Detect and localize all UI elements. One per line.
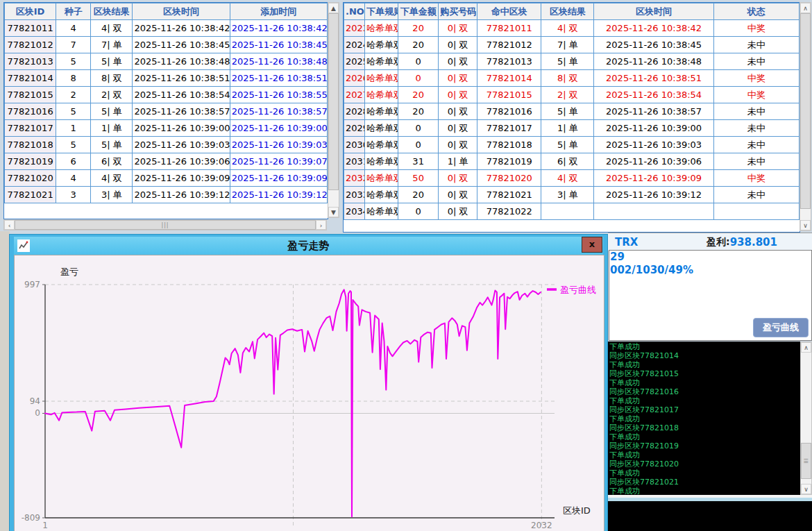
table-cell: 3| 单 <box>91 187 133 203</box>
table-row[interactable]: 2032哈希单双500| 双778210204| 双2025-11-26 10:… <box>344 170 800 187</box>
table-row[interactable]: 2028哈希单双200| 双778210165| 单2025-11-26 10:… <box>344 103 800 120</box>
table-cell: 2025-11-26 10:39:03 <box>230 137 327 153</box>
svg-text:2032: 2032 <box>531 521 552 530</box>
svg-text:区块ID: 区块ID <box>563 505 591 516</box>
table-cell: 77821016 <box>477 103 541 120</box>
column-header[interactable]: 下单金额 <box>398 3 439 20</box>
svg-text:94: 94 <box>30 396 40 406</box>
scrollbar-thumb[interactable]: ☰ <box>801 443 811 479</box>
table-cell: 2025-11-26 10:39:06 <box>594 153 713 170</box>
table-row[interactable]: 2024哈希单双200| 双778210127| 单2025-11-26 10:… <box>344 37 800 53</box>
scrollbar-thumb[interactable]: ||| <box>15 220 316 230</box>
table-row[interactable]: 7782102133| 单2025-11-26 10:39:122025-11-… <box>5 187 328 203</box>
table-row[interactable]: 2030哈希单双00| 双778210185| 单2025-11-26 10:3… <box>344 137 800 153</box>
scroll-up-icon[interactable]: ∧ <box>800 3 811 13</box>
table-row[interactable]: 7782101655| 单2025-11-26 10:38:572025-11-… <box>5 103 328 120</box>
orders-table-vscrollbar[interactable]: ∧ ∨ <box>800 2 811 231</box>
orders-table-panel: .NO下单规则下单金额购买号码命中区块区块结果区块时间状态 2023哈希单双20… <box>343 2 800 233</box>
scroll-down-icon[interactable]: ▼ <box>328 207 339 217</box>
table-cell: 0| 双 <box>439 37 477 53</box>
table-cell: 77821011 <box>477 20 541 37</box>
scroll-up-icon[interactable]: ▲ <box>328 3 339 13</box>
svg-text:-809: -809 <box>22 513 40 523</box>
table-cell: 2025-11-26 10:39:09 <box>594 170 713 187</box>
terminal: 下单成功同步区块77821014下单成功同步区块77821015下单成功同步区块… <box>608 342 812 495</box>
scroll-right-icon[interactable]: › <box>316 220 326 230</box>
table-cell: 3 <box>56 187 91 203</box>
table-row[interactable]: 7782101144| 双2025-11-26 10:38:422025-11-… <box>5 20 328 37</box>
table-cell: 哈希单双 <box>365 103 398 120</box>
scroll-left-icon[interactable]: ‹ <box>4 220 15 230</box>
log-line: 下单成功 <box>609 360 800 369</box>
table-cell: 2025-11-26 10:39:09 <box>133 170 230 187</box>
log-line: 下单成功 <box>609 469 800 478</box>
table-cell: 5| 单 <box>541 103 594 120</box>
table-cell: 2025-11-26 10:38:54 <box>594 87 713 103</box>
close-icon[interactable]: x <box>582 237 602 253</box>
table-row[interactable]: 7782101855| 单2025-11-26 10:39:032025-11-… <box>5 137 328 153</box>
table-row[interactable]: 2029哈希单双00| 双778210171| 单2025-11-26 10:3… <box>344 120 800 137</box>
terminal-vscrollbar[interactable]: ∧ ☰ ∨ <box>800 342 812 495</box>
table-row[interactable]: 2026哈希单双00| 双778210148| 双2025-11-26 10:3… <box>344 70 800 87</box>
table-row[interactable]: 2025哈希单双00| 双778210135| 单2025-11-26 10:3… <box>344 53 800 70</box>
scroll-up-icon[interactable]: ∧ <box>801 342 811 353</box>
table-cell: 0| 双 <box>439 20 477 37</box>
column-header[interactable]: .NO <box>344 3 365 20</box>
table-cell: 未中 <box>713 153 799 170</box>
table-row[interactable]: 2033哈希单双200| 双778210213| 单2025-11-26 10:… <box>344 187 800 203</box>
table-cell: 2025-11-26 10:39:12 <box>230 187 327 203</box>
column-header[interactable]: 区块时间 <box>133 3 230 20</box>
profit-curve-button[interactable]: 盈亏曲线 <box>753 318 809 337</box>
stats-line-1: 29 <box>609 251 811 264</box>
column-header[interactable]: 购买号码 <box>439 3 477 20</box>
table-cell: 20 <box>398 103 439 120</box>
table-cell: 未中 <box>713 37 799 53</box>
table-cell: 6 <box>56 153 91 170</box>
scrollbar-thumb[interactable] <box>800 13 811 209</box>
window-title: 盈亏走势 <box>14 239 603 253</box>
column-header[interactable]: 区块ID <box>5 3 56 20</box>
table-row[interactable]: 2031哈希单双311| 单778210196| 双2025-11-26 10:… <box>344 153 800 170</box>
column-header[interactable]: 区块时间 <box>594 3 713 20</box>
orders-table: .NO下单规则下单金额购买号码命中区块区块结果区块时间状态 2023哈希单双20… <box>344 3 800 220</box>
table-cell: 0| 双 <box>439 137 477 153</box>
table-row[interactable]: 7782101522| 双2025-11-26 10:38:542025-11-… <box>5 87 328 103</box>
svg-text:盈亏曲线: 盈亏曲线 <box>560 285 596 295</box>
stats-box: 29 002/1030/49% 盈亏曲线 <box>609 250 812 341</box>
table-row[interactable]: 7782101966| 双2025-11-26 10:39:062025-11-… <box>5 153 328 170</box>
terminal-log: 下单成功同步区块77821014下单成功同步区块77821015下单成功同步区块… <box>609 342 800 495</box>
column-header[interactable]: 种子 <box>56 3 91 20</box>
profit-group: 盈利: 938.801 <box>707 236 777 248</box>
table-cell: 未中 <box>713 103 799 120</box>
table-cell: 5 <box>56 103 91 120</box>
column-header[interactable]: 区块结果 <box>541 3 594 20</box>
table-row[interactable]: 7782101488| 双2025-11-26 10:38:512025-11-… <box>5 70 328 87</box>
table-row[interactable]: 2034哈希单双00| 双77821022 <box>344 203 800 220</box>
profit-label: 盈利: <box>707 236 730 248</box>
column-header[interactable]: 状态 <box>713 3 799 20</box>
table-row[interactable]: 7782102044| 双2025-11-26 10:39:092025-11-… <box>5 170 328 187</box>
blocks-table-vscrollbar[interactable]: ▲ ▼ <box>328 2 339 218</box>
column-header[interactable]: 命中区块 <box>477 3 541 20</box>
table-cell: 0 <box>398 70 439 87</box>
scrollbar-thumb[interactable] <box>328 13 339 190</box>
svg-text:997: 997 <box>24 280 40 289</box>
window-titlebar[interactable]: 盈亏走势 x <box>14 237 603 255</box>
table-cell: 2025-11-26 10:38:48 <box>594 53 713 70</box>
table-row[interactable]: 7782101355| 单2025-11-26 10:38:482025-11-… <box>5 53 328 70</box>
log-line: 同步区块77821015 <box>609 369 800 378</box>
blocks-table-hscrollbar[interactable]: ‹ ||| › <box>3 219 327 230</box>
scroll-down-icon[interactable]: ∨ <box>801 484 811 494</box>
table-cell: 7| 单 <box>541 37 594 53</box>
column-header[interactable]: 区块结果 <box>91 3 133 20</box>
scroll-down-icon[interactable]: ∨ <box>800 220 811 230</box>
table-cell: 77821014 <box>477 70 541 87</box>
table-row[interactable]: 2023哈希单双200| 双778210114| 双2025-11-26 10:… <box>344 20 800 37</box>
table-row[interactable]: 2027哈希单双200| 双778210152| 双2025-11-26 10:… <box>344 87 800 103</box>
table-cell: 1 <box>56 120 91 137</box>
log-line: 下单成功 <box>609 414 800 423</box>
table-row[interactable]: 7782101277| 单2025-11-26 10:38:452025-11-… <box>5 37 328 53</box>
table-row[interactable]: 7782101711| 单2025-11-26 10:39:002025-11-… <box>5 120 328 137</box>
column-header[interactable]: 下单规则 <box>365 3 398 20</box>
column-header[interactable]: 添加时间 <box>230 3 327 20</box>
